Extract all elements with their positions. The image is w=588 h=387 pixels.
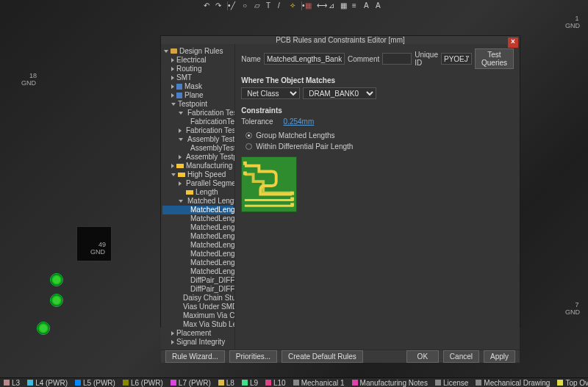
highlight-icon[interactable]: ✧: [290, 1, 298, 10]
tree-expand-icon[interactable]: [179, 155, 182, 159]
tree-node-signal-integrity[interactable]: Signal Integrity: [162, 338, 233, 347]
uniqueid-input[interactable]: [441, 53, 472, 65]
apply-button[interactable]: Apply: [484, 350, 515, 363]
tree-node-max-via-stub-length-back-drillin[interactable]: Max Via Stub Length (Back Drillin: [162, 320, 233, 329]
tolerance-value[interactable]: 0.254mm: [284, 117, 315, 126]
tree-expand-icon[interactable]: [171, 84, 174, 89]
tree-expand-icon[interactable]: [179, 112, 183, 115]
tree-node-mask[interactable]: Mask: [162, 82, 233, 91]
tree-node-fabricationtestpoint[interactable]: FabricationTestpoint: [162, 117, 233, 126]
tree-node-matchedlengths-bank4[interactable]: MatchedLengths_Bank4: [162, 241, 233, 250]
tree-node-matchedlengths-bank2[interactable]: MatchedLengths_Bank2: [162, 223, 233, 232]
grid-icon[interactable]: ▦: [340, 1, 349, 10]
tree-node-diffpair-diff100matchedleng[interactable]: DiffPair_DIFF100MatchedLeng: [162, 276, 233, 285]
redo-icon[interactable]: ↷: [215, 1, 224, 10]
tree-node-length[interactable]: Length: [162, 188, 233, 197]
tree-node-vias-under-smd[interactable]: Vias Under SMD: [162, 303, 233, 311]
tree-node-matchedlengths-bank7[interactable]: MatchedLengths_Bank7: [162, 267, 233, 276]
tree-node-design-rules[interactable]: Design Rules: [162, 47, 233, 56]
close-button[interactable]: ×: [508, 37, 518, 48]
tree-expand-icon[interactable]: [179, 138, 183, 141]
layer-tab-top-overlay[interactable]: Top Overlay: [553, 379, 588, 387]
test-queries-button[interactable]: Test Queries: [475, 48, 514, 69]
rules-tree[interactable]: Design RulesElectricalRoutingSMTMaskPlan…: [161, 44, 235, 350]
tree-node-electrical[interactable]: Electrical: [162, 56, 233, 65]
tree-node-smt[interactable]: SMT: [162, 73, 233, 82]
font-icon[interactable]: A: [364, 1, 373, 10]
tree-expand-icon[interactable]: [171, 173, 176, 176]
tree-node-routing[interactable]: Routing: [162, 65, 233, 73]
tree-node-matchedlengths-bank1[interactable]: MatchedLengths_Bank1: [162, 214, 233, 223]
tree-node-manufacturing[interactable]: Manufacturing: [162, 162, 233, 170]
layer-tab-l7-pwr-[interactable]: L7 (PWR): [167, 379, 215, 387]
tree-expand-icon[interactable]: [171, 103, 176, 106]
tree-node-plane[interactable]: Plane: [162, 91, 233, 100]
place-via-icon[interactable]: ○: [243, 1, 251, 10]
radio-within-diffpair[interactable]: [245, 143, 252, 150]
layer-tab-l4-pwr-[interactable]: L4 (PWR): [24, 379, 71, 387]
letter-icon[interactable]: A: [376, 1, 384, 10]
tree-expand-icon[interactable]: [179, 200, 183, 203]
match-value-select[interactable]: DRAM_BANK0: [303, 87, 376, 99]
tree-expand-icon[interactable]: [171, 93, 174, 98]
radio-group-matched[interactable]: [245, 132, 252, 139]
layer-tab-l8[interactable]: L8: [215, 379, 238, 387]
tree-node-fabrication-testpoint-style[interactable]: Fabrication Testpoint Style: [162, 109, 233, 117]
place-line-icon[interactable]: /: [278, 1, 287, 10]
tree-node-placement[interactable]: Placement: [162, 329, 233, 338]
tree-node-assembly-testpoint-style[interactable]: Assembly Testpoint Style: [162, 135, 233, 144]
name-input[interactable]: [264, 53, 345, 65]
tree-node-matchedlengths-bank3[interactable]: MatchedLengths_Bank3: [162, 232, 233, 241]
place-text-icon[interactable]: T: [266, 1, 275, 10]
measure-icon[interactable]: ⟷: [317, 1, 326, 10]
cancel-button[interactable]: Cancel: [443, 350, 479, 363]
undo-icon[interactable]: ↶: [204, 1, 212, 10]
tree-node-testpoint[interactable]: Testpoint: [162, 100, 233, 109]
comment-input[interactable]: [382, 53, 412, 65]
tree-node-matched-lengths[interactable]: Matched Lengths: [162, 197, 233, 206]
tree-expand-icon[interactable]: [171, 58, 174, 62]
3d-icon[interactable]: ▦: [305, 1, 314, 10]
tree-node-parallel-segment[interactable]: Parallel Segment: [162, 179, 233, 188]
tree-node-fabrication-testpoint-usage[interactable]: Fabrication Testpoint Usage: [162, 126, 233, 135]
priorities-button[interactable]: Priorities...: [229, 350, 277, 363]
tree-expand-icon[interactable]: [171, 67, 174, 71]
tree-expand-icon[interactable]: [171, 76, 174, 80]
place-track-icon[interactable]: ╱: [231, 1, 240, 10]
create-default-rules-button[interactable]: Create Default Rules: [282, 350, 363, 363]
tree-expand-icon[interactable]: [171, 340, 174, 344]
tree-node-maximum-via-count[interactable]: Maximum Via Count: [162, 311, 233, 320]
tree-node-diffpair-diff90matchedlengt[interactable]: DiffPair_DIFF90MatchedLengt: [162, 285, 233, 294]
layer-tab-l9[interactable]: L9: [238, 379, 262, 387]
tree-node-matchedlengths-bank6[interactable]: MatchedLengths_Bank6: [162, 258, 233, 267]
align-icon[interactable]: ≡: [352, 1, 361, 10]
dialog-title: PCB Rules and Constraints Editor [mm]: [276, 36, 405, 44]
layer-tab-l5-pwr-[interactable]: L5 (PWR): [71, 379, 119, 387]
pcb-label: 49: [91, 241, 113, 248]
tree-expand-icon[interactable]: [179, 129, 182, 133]
layer-tab-l3[interactable]: L3: [0, 379, 24, 387]
tree-node-high-speed[interactable]: High Speed: [162, 170, 233, 179]
place-polygon-icon[interactable]: ▱: [254, 1, 263, 10]
match-type-select[interactable]: Net Class: [241, 87, 300, 99]
layer-tab-license[interactable]: License: [431, 379, 472, 387]
layer-name: Manufacturing Notes: [360, 379, 428, 387]
tree-node-matchedlengths-bank5[interactable]: MatchedLengths_Bank5: [162, 250, 233, 258]
tree-node-matchedlengths-bank0[interactable]: MatchedLengths_Bank0: [162, 206, 233, 214]
tree-node-assemblytestpoint[interactable]: AssemblyTestpoint: [162, 144, 233, 153]
tree-label: MatchedLengths_Bank4: [190, 241, 235, 249]
tree-expand-icon[interactable]: [179, 181, 182, 186]
tree-expand-icon[interactable]: [171, 331, 174, 336]
layer-tab-l10[interactable]: L10: [262, 379, 290, 387]
layer-tab-l6-pwr-[interactable]: L6 (PWR): [119, 379, 167, 387]
layer-tab-mechanical-1[interactable]: Mechanical 1: [290, 379, 348, 387]
layer-tab-manufacturing-notes[interactable]: Manufacturing Notes: [348, 379, 431, 387]
ok-button[interactable]: OK: [406, 350, 439, 363]
layer-tab-mechanical-drawing[interactable]: Mechanical Drawing: [472, 379, 553, 387]
rule-wizard-button[interactable]: Rule Wizard...: [165, 350, 225, 363]
tree-expand-icon[interactable]: [171, 164, 174, 168]
tree-expand-icon[interactable]: [164, 50, 168, 53]
dimension-icon[interactable]: ⊿: [329, 1, 337, 10]
tree-node-assembly-testpoint-usage[interactable]: Assembly Testpoint Usage: [162, 153, 233, 162]
tree-node-daisy-chain-stub-length[interactable]: Daisy Chain Stub Length: [162, 294, 233, 303]
